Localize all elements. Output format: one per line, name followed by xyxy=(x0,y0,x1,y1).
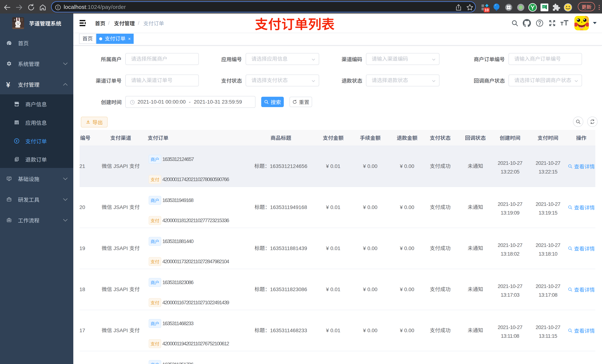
svg-text:¥: ¥ xyxy=(16,138,18,143)
